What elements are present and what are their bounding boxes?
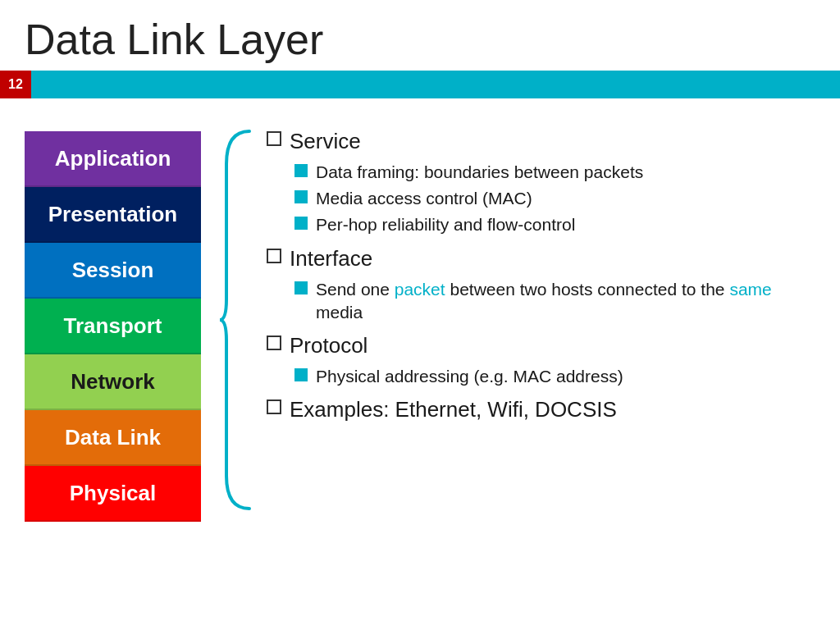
bullet-service-heading: Service <box>267 128 815 156</box>
protocol-item1-text: Physical addressing (e.g. MAC address) <box>316 365 623 388</box>
highlight-packet: packet <box>395 280 445 299</box>
layer-transport: Transport <box>25 299 201 354</box>
layer-network: Network <box>25 354 201 410</box>
bracket-content: Service Data framing: boundaries between… <box>217 123 815 517</box>
slide-title: Data Link Layer <box>0 0 840 71</box>
osi-stack: Application Presentation Session Transpo… <box>25 131 201 522</box>
layer-presentation: Presentation <box>25 187 201 243</box>
bullet-service-item1: Data framing: boundaries between packets <box>294 161 815 184</box>
bullet-l1-icon-service <box>267 131 281 146</box>
service-heading: Service <box>290 128 361 156</box>
bullet-l2-icon-5 <box>294 368 308 381</box>
layer-application: Application <box>25 131 201 187</box>
bullet-examples: Examples: Ethernet, Wifi, DOCSIS <box>267 396 815 424</box>
bullet-l2-icon-2 <box>294 190 308 203</box>
bullet-l2-icon-4 <box>294 281 308 294</box>
bullet-l2-icon-3 <box>294 217 308 230</box>
bracket-svg <box>217 123 258 517</box>
bullet-interface-item1: Send one packet between two hosts connec… <box>294 278 815 325</box>
layer-session: Session <box>25 243 201 299</box>
service-item3-text: Per-hop reliability and flow-control <box>316 213 575 236</box>
bullet-protocol-item1: Physical addressing (e.g. MAC address) <box>294 365 815 388</box>
bullet-l1-icon-interface <box>267 249 281 263</box>
slide-number: 12 <box>0 71 31 98</box>
bullet-service-item2: Media access control (MAC) <box>294 187 815 210</box>
service-item1-text: Data framing: boundaries between packets <box>316 161 643 184</box>
bullet-interface-heading: Interface <box>267 245 815 273</box>
bullet-content: Service Data framing: boundaries between… <box>258 123 815 517</box>
bullet-l2-icon-1 <box>294 164 308 177</box>
bullet-protocol-heading: Protocol <box>267 332 815 360</box>
highlight-same: same <box>729 280 771 299</box>
layer-datalink: Data Link <box>25 410 201 466</box>
examples-text: Examples: Ethernet, Wifi, DOCSIS <box>290 396 617 424</box>
service-item2-text: Media access control (MAC) <box>316 187 532 210</box>
content-area: Application Presentation Session Transpo… <box>0 98 840 538</box>
bullet-l1-icon-examples <box>267 399 281 414</box>
slide-container: Data Link Layer 12 Application Presentat… <box>0 0 840 630</box>
protocol-heading: Protocol <box>290 332 368 360</box>
slide-number-bar: 12 <box>0 71 840 98</box>
layer-physical: Physical <box>25 466 201 522</box>
interface-item1-text: Send one packet between two hosts connec… <box>316 278 815 325</box>
slide-bar <box>31 71 840 98</box>
bullet-l1-icon-protocol <box>267 336 281 350</box>
interface-heading: Interface <box>290 245 372 273</box>
bullet-service-item3: Per-hop reliability and flow-control <box>294 213 815 236</box>
